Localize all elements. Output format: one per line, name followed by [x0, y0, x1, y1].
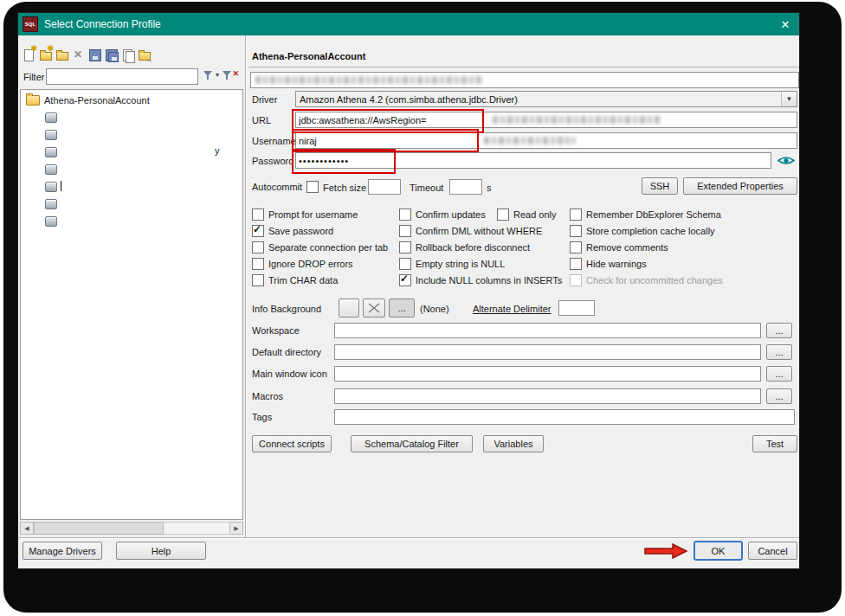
help-button[interactable]: Help: [116, 542, 206, 560]
checkbox-box[interactable]: [252, 209, 264, 221]
default-directory-browse-button[interactable]: ...: [766, 344, 792, 360]
checkbox-rollback-before-disconnect[interactable]: Rollback before disconnect: [399, 241, 562, 253]
ssh-button[interactable]: SSH: [642, 177, 678, 195]
ok-button[interactable]: OK: [693, 541, 743, 561]
select-connection-profile-dialog: SQL Select Connection Profile ✕ ✱ ✱ ✕ → …: [17, 12, 800, 569]
info-background-label: Info Background: [252, 304, 321, 314]
checkbox-label: Check for uncommitted changes: [586, 275, 723, 286]
alternate-delimiter-input[interactable]: [558, 300, 595, 316]
cancel-button[interactable]: Cancel: [748, 542, 797, 560]
checkbox-box[interactable]: [252, 258, 264, 270]
checkbox-ignore-drop-errors[interactable]: Ignore DROP errors: [252, 258, 388, 269]
checkbox-remove-comments[interactable]: Remove comments: [570, 241, 723, 253]
tree-item[interactable]: [45, 182, 61, 192]
alternate-delimiter-link[interactable]: Alternate Delimiter: [473, 304, 551, 314]
checkbox-box[interactable]: [306, 181, 319, 193]
chevron-down-icon[interactable]: ▼: [781, 92, 797, 106]
macros-input[interactable]: [334, 388, 761, 404]
checkbox-hide-warnings[interactable]: Hide warnings: [570, 258, 723, 269]
checkbox-store-completion-cache[interactable]: Store completion cache locally: [570, 225, 723, 236]
folder-icon: [26, 95, 40, 106]
url-input[interactable]: [295, 112, 797, 128]
checkbox-column-1: Prompt for username Save password Separa…: [252, 209, 388, 286]
checkbox-column-2: Confirm updates Confirm DML without WHER…: [399, 209, 562, 286]
checkbox-box[interactable]: [252, 241, 264, 253]
autocommit-checkbox[interactable]: Autocommit: [252, 181, 319, 192]
profile-header: Athena-PersonalAccount: [252, 51, 365, 61]
database-icon: [45, 112, 57, 123]
tree-item[interactable]: [45, 216, 61, 227]
checkbox-box[interactable]: [399, 225, 411, 237]
macros-browse-button[interactable]: ...: [766, 388, 792, 404]
checkbox-box[interactable]: [399, 209, 411, 221]
test-button[interactable]: Test: [752, 435, 797, 452]
tree-item[interactable]: [45, 199, 61, 209]
checkbox-empty-string-is-null[interactable]: Empty string is NULL: [399, 258, 562, 269]
scrollbar-thumb[interactable]: [34, 522, 164, 535]
checkbox-box[interactable]: [252, 274, 264, 286]
checkbox-trim-char-data[interactable]: Trim CHAR data: [252, 274, 388, 286]
tree-root-label: Athena-PersonalAccount: [44, 95, 150, 106]
default-directory-input[interactable]: [334, 344, 761, 360]
manage-drivers-button[interactable]: Manage Drivers: [23, 542, 102, 560]
checkbox-box[interactable]: [399, 274, 411, 286]
tree-root-item[interactable]: Athena-PersonalAccount: [26, 95, 150, 106]
checkbox-box[interactable]: [570, 209, 582, 221]
tree-item[interactable]: [45, 130, 61, 140]
timeout-input[interactable]: [449, 179, 482, 195]
new-folder-icon[interactable]: ✱: [38, 48, 53, 62]
checkbox-box[interactable]: [570, 258, 582, 270]
connection-tree[interactable]: Athena-PersonalAccount y: [20, 89, 243, 520]
filter-menu-icon[interactable]: ▾: [202, 68, 217, 82]
info-background-color-swatch[interactable]: [339, 298, 359, 318]
profile-name-field[interactable]: [250, 72, 799, 88]
checkbox-remember-dbexplorer-schema[interactable]: Remember DbExplorer Schema: [570, 209, 723, 220]
tree-item[interactable]: [45, 147, 61, 157]
info-background-ellipsis-button[interactable]: ...: [389, 298, 415, 318]
connect-scripts-button[interactable]: Connect scripts: [252, 435, 332, 452]
scroll-left-icon[interactable]: ◀: [20, 522, 34, 535]
variables-button[interactable]: Variables: [483, 435, 544, 452]
filter-input[interactable]: [46, 68, 198, 85]
checkbox-box[interactable]: [399, 241, 411, 253]
tree-item[interactable]: [45, 164, 61, 175]
checkbox-separate-connection-per-tab[interactable]: Separate connection per tab: [252, 241, 388, 253]
username-input[interactable]: [295, 132, 797, 149]
checkbox-box[interactable]: [570, 241, 582, 253]
checkbox-label: Separate connection per tab: [268, 242, 388, 253]
clear-filter-icon[interactable]: ✕: [221, 68, 236, 82]
password-input[interactable]: [295, 152, 771, 169]
driver-dropdown[interactable]: Amazon Athena 4.2 (com.simba.athena.jdbc…: [295, 91, 797, 107]
save-all-icon[interactable]: [104, 48, 119, 62]
delete-icon[interactable]: ✕: [71, 48, 86, 62]
checkbox-label: Confirm updates: [416, 209, 486, 220]
title-bar[interactable]: SQL Select Connection Profile ✕: [18, 13, 799, 35]
checkbox-read-only[interactable]: Read only: [497, 209, 557, 220]
schema-catalog-filter-button[interactable]: Schema/Catalog Filter: [351, 435, 473, 452]
main-window-icon-input[interactable]: [334, 366, 761, 382]
new-profile-icon[interactable]: ✱: [22, 48, 36, 62]
extended-properties-button[interactable]: Extended Properties: [683, 177, 797, 195]
main-window-icon-browse-button[interactable]: ...: [766, 366, 792, 382]
checkbox-box[interactable]: [570, 225, 582, 237]
tags-input[interactable]: [334, 409, 795, 425]
workspace-input[interactable]: [334, 323, 761, 338]
checkbox-box[interactable]: [252, 225, 264, 237]
tree-item[interactable]: [45, 112, 61, 123]
save-icon[interactable]: [87, 48, 102, 62]
checkbox-box[interactable]: [497, 209, 509, 221]
copy-icon[interactable]: [120, 48, 135, 62]
checkbox-confirm-dml-without-where[interactable]: Confirm DML without WHERE: [399, 225, 562, 236]
close-icon[interactable]: ✕: [776, 16, 795, 33]
checkbox-include-null-columns[interactable]: Include NULL columns in INSERTs: [399, 274, 562, 286]
checkbox-save-password[interactable]: Save password: [252, 225, 388, 236]
show-password-eye-icon[interactable]: [777, 154, 795, 170]
scroll-right-icon[interactable]: ▶: [229, 522, 243, 535]
checkbox-box[interactable]: [399, 258, 411, 270]
checkbox-prompt-for-username[interactable]: Prompt for username: [252, 209, 388, 220]
fetch-size-input[interactable]: [368, 179, 401, 195]
import-icon[interactable]: →: [137, 48, 152, 62]
open-folder-icon[interactable]: [55, 48, 69, 62]
info-background-none-button[interactable]: [363, 298, 385, 318]
workspace-browse-button[interactable]: ...: [766, 323, 792, 338]
